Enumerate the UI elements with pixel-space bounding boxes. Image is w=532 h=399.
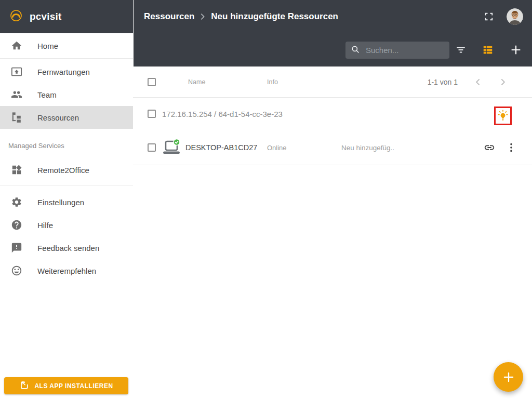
pagination-label: 1-1 von 1 [428,78,458,86]
sidebar-item-einstellungen[interactable]: Einstellungen [0,191,133,214]
add-resource-fab[interactable] [494,362,523,392]
install-as-app-button[interactable]: ALS APP INSTALLIEREN [4,377,128,394]
install-app-icon [19,380,29,392]
add-icon[interactable] [510,44,522,56]
pcvisit-logo-icon [9,9,23,24]
sidebar-item-home[interactable]: Home [0,33,133,59]
sidebar-item-label: Feedback senden [37,244,99,252]
sidebar: pcvisit Home Fernwartungen Team [0,0,133,399]
gear-icon [10,196,23,208]
resource-info: Neu hinzugefüg.. [341,143,394,151]
sidebar-item-label: Hilfe [37,221,53,230]
sidebar-item-hilfe[interactable]: Hilfe [0,214,133,236]
smiley-icon [10,264,23,277]
sidebar-item-label: Home [37,42,58,50]
link-icon[interactable] [483,141,496,154]
sidebar-item-weiterempfehlen[interactable]: Weiterempfehlen [0,259,133,282]
sidebar-item-remote2office[interactable]: Remote2Office [0,158,133,181]
view-list-icon[interactable] [482,44,494,56]
sidebar-item-team[interactable]: Team [0,83,133,106]
column-header-name[interactable]: Name [188,78,205,86]
row-checkbox[interactable] [148,110,156,118]
sidebar-item-label: Team [37,90,57,99]
sidebar-header: pcvisit [0,0,133,33]
help-icon [10,219,23,231]
search-input[interactable] [365,45,444,55]
user-avatar[interactable] [507,8,523,25]
sidebar-item-label: Remote2Office [37,166,89,175]
search-icon [351,45,360,56]
chevron-right-icon [198,12,207,21]
sidebar-footer-group: Einstellungen Hilfe Feedback senden Weit… [0,185,133,282]
resource-list: Name Info 1-1 von 1 172.16.15.254 / 64-d… [133,66,532,399]
feedback-icon [10,242,23,254]
table-row[interactable]: 172.16.15.254 / 64-d1-54-cc-3e-23 [133,98,532,130]
sidebar-item-label: Ressourcen [37,113,79,122]
pagination-next-icon[interactable] [497,76,509,88]
status-badge: Online [267,143,287,151]
widgets-icon [10,164,23,176]
sidebar-item-label: Weiterempfehlen [37,267,96,275]
main-header: Ressourcen Neu hinzugefügte Ressourcen [133,0,532,66]
install-button-label: ALS APP INSTALLIEREN [34,382,113,390]
lightbulb-icon[interactable] [497,110,509,122]
column-header-info[interactable]: Info [267,78,278,86]
resources-tree-icon [10,111,23,124]
resource-name: 172.16.15.254 / 64-d1-54-cc-3e-23 [162,110,283,118]
team-icon [10,88,23,101]
highlight-box [494,107,512,125]
table-row[interactable]: DESKTOP-AB1CD27 Online Neu hinzugefüg.. [133,130,532,165]
breadcrumb: Ressourcen Neu hinzugefügte Ressourcen [134,0,532,33]
remote-session-icon [10,65,23,78]
more-options-icon[interactable] [505,141,517,154]
sidebar-item-ressourcen[interactable]: Ressourcen [0,106,133,129]
home-icon [10,39,23,52]
sidebar-item-feedback[interactable]: Feedback senden [0,236,133,259]
sidebar-item-label: Fernwartungen [37,68,90,76]
filter-icon[interactable] [455,44,467,56]
fullscreen-icon[interactable] [483,10,495,23]
row-checkbox[interactable] [148,143,156,152]
pagination-prev-icon[interactable] [472,76,484,88]
sidebar-item-label: Einstellungen [37,198,84,207]
sidebar-item-fernwartungen[interactable]: Fernwartungen [0,60,133,83]
select-all-checkbox[interactable] [148,78,156,86]
resource-name: DESKTOP-AB1CD27 [185,143,257,152]
brand-name: pcvisit [30,11,62,22]
managed-services-label: Managed Services [0,142,133,150]
table-header-row: Name Info 1-1 von 1 [133,66,532,98]
pcvisit-app: pcvisit Home Fernwartungen Team [0,0,532,399]
search-box [345,42,449,59]
laptop-online-icon [162,139,181,156]
breadcrumb-parent[interactable]: Ressourcen [144,11,194,22]
breadcrumb-current: Neu hinzugefügte Ressourcen [211,11,338,22]
